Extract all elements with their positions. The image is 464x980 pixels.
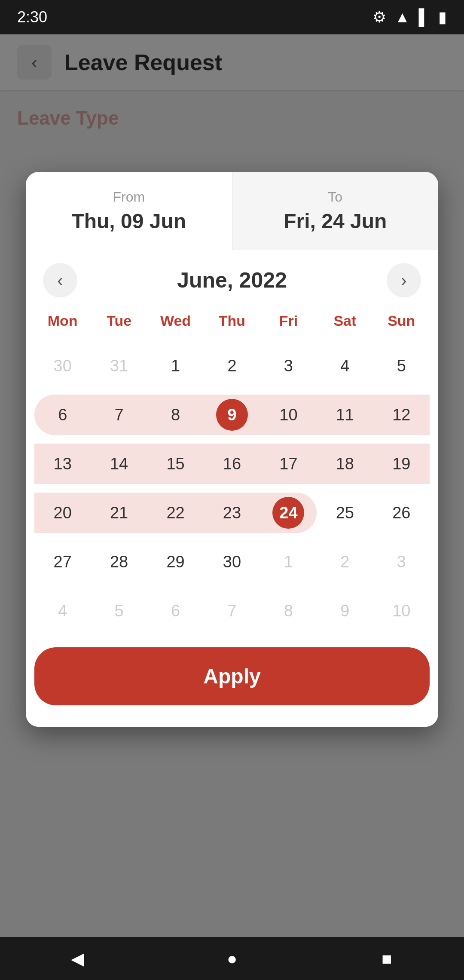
date-picker-dialog: From Thu, 09 Jun To Fri, 24 Jun ‹ June, … (26, 172, 438, 727)
cell-inner: 22 (160, 497, 192, 529)
cal-day-3-7[interactable]: 19 (373, 440, 430, 487)
cal-day-4-3[interactable]: 22 (147, 489, 204, 536)
cal-day-3-2[interactable]: 14 (91, 440, 147, 487)
from-value: Thu, 09 Jun (39, 209, 219, 233)
settings-icon: ⚙ (372, 8, 386, 26)
cell-inner: 28 (103, 546, 135, 578)
cal-day-2-3[interactable]: 8 (147, 391, 204, 438)
cal-day-5-5[interactable]: 1 (260, 538, 317, 585)
cell-inner: 12 (385, 399, 417, 431)
cal-day-3-5[interactable]: 17 (260, 440, 317, 487)
cal-day-6-2[interactable]: 5 (91, 587, 147, 634)
cal-day-3-4[interactable]: 16 (204, 440, 260, 487)
calendar-week-2: 13141516171819 (34, 440, 430, 487)
apply-button[interactable]: Apply (34, 647, 430, 705)
calendar-grid: 3031123456789101112131415161718192021222… (26, 342, 438, 634)
cal-day-1-5[interactable]: 3 (260, 342, 317, 389)
nav-back-button[interactable]: ◀ (60, 941, 95, 976)
cal-day-3-3[interactable]: 15 (147, 440, 204, 487)
date-tabs: From Thu, 09 Jun To Fri, 24 Jun (26, 172, 438, 250)
calendar-week-3: 20212223242526 (34, 489, 430, 536)
next-month-button[interactable]: › (387, 263, 421, 297)
day-headers: MonTueWedThuFriSatSun (26, 302, 438, 340)
cell-inner: 6 (160, 595, 192, 627)
cell-inner: 2 (329, 546, 361, 578)
cal-day-6-5[interactable]: 8 (260, 587, 317, 634)
calendar-week-5: 45678910 (34, 587, 430, 634)
battery-icon: ▮ (438, 8, 447, 26)
cal-day-5-6[interactable]: 2 (317, 538, 373, 585)
cal-day-6-7[interactable]: 10 (373, 587, 430, 634)
cal-day-1-7[interactable]: 5 (373, 342, 430, 389)
cell-inner: 2 (216, 350, 248, 382)
status-icons: ⚙ ▲ ▌ ▮ (372, 8, 447, 26)
cell-inner: 5 (385, 350, 417, 382)
cell-inner: 31 (103, 350, 135, 382)
cal-day-5-3[interactable]: 29 (147, 538, 204, 585)
prev-month-button[interactable]: ‹ (43, 263, 77, 297)
calendar-week-0: 303112345 (34, 342, 430, 389)
cell-inner: 7 (216, 595, 248, 627)
cal-day-4-1[interactable]: 20 (34, 489, 91, 536)
cell-inner: 5 (103, 595, 135, 627)
cell-inner: 16 (216, 448, 248, 480)
calendar-week-4: 27282930123 (34, 538, 430, 585)
cell-inner: 1 (272, 546, 304, 578)
cell-inner: 10 (272, 399, 304, 431)
from-tab[interactable]: From Thu, 09 Jun (26, 172, 232, 250)
to-value: Fri, 24 Jun (245, 209, 426, 233)
cal-row-1: 6789101112 (34, 391, 430, 438)
day-header-mon: Mon (34, 306, 91, 336)
cell-inner: 4 (47, 595, 79, 627)
cal-day-2-7[interactable]: 12 (373, 391, 430, 438)
bottom-nav: ◀ ● ■ (0, 937, 464, 980)
cal-row-3: 20212223242526 (34, 489, 430, 536)
cal-day-5-4[interactable]: 30 (204, 538, 260, 585)
cal-day-4-5[interactable]: 24 (260, 489, 317, 536)
cell-inner: 8 (272, 595, 304, 627)
cell-inner: 24 (272, 497, 304, 529)
to-label: To (245, 189, 426, 205)
cal-day-6-6[interactable]: 9 (317, 587, 373, 634)
cal-day-2-6[interactable]: 11 (317, 391, 373, 438)
cal-day-2-2[interactable]: 7 (91, 391, 147, 438)
cal-day-2-4[interactable]: 9 (204, 391, 260, 438)
cal-row-5: 45678910 (34, 587, 430, 634)
cal-day-1-2[interactable]: 31 (91, 342, 147, 389)
cell-inner: 30 (47, 350, 79, 382)
cell-inner: 4 (329, 350, 361, 382)
cal-day-4-6[interactable]: 25 (317, 489, 373, 536)
cell-inner: 9 (216, 399, 248, 431)
cell-inner: 15 (160, 448, 192, 480)
from-label: From (39, 189, 219, 205)
cal-day-6-3[interactable]: 6 (147, 587, 204, 634)
cal-day-4-2[interactable]: 21 (91, 489, 147, 536)
cal-day-2-5[interactable]: 10 (260, 391, 317, 438)
cal-day-1-1[interactable]: 30 (34, 342, 91, 389)
cal-day-1-3[interactable]: 1 (147, 342, 204, 389)
day-header-sun: Sun (373, 306, 430, 336)
cal-day-3-1[interactable]: 13 (34, 440, 91, 487)
cal-day-1-4[interactable]: 2 (204, 342, 260, 389)
cell-inner: 1 (160, 350, 192, 382)
day-header-wed: Wed (147, 306, 204, 336)
to-tab[interactable]: To Fri, 24 Jun (232, 172, 439, 250)
cal-row-2: 13141516171819 (34, 440, 430, 487)
cell-inner: 26 (385, 497, 417, 529)
day-header-fri: Fri (260, 306, 317, 336)
calendar-week-1: 6789101112 (34, 391, 430, 438)
cell-inner: 7 (103, 399, 135, 431)
cal-day-1-6[interactable]: 4 (317, 342, 373, 389)
cal-day-6-4[interactable]: 7 (204, 587, 260, 634)
cal-day-5-1[interactable]: 27 (34, 538, 91, 585)
cal-day-5-2[interactable]: 28 (91, 538, 147, 585)
cal-day-6-1[interactable]: 4 (34, 587, 91, 634)
cal-day-4-7[interactable]: 26 (373, 489, 430, 536)
cal-day-2-1[interactable]: 6 (34, 391, 91, 438)
cal-day-4-4[interactable]: 23 (204, 489, 260, 536)
cell-inner: 8 (160, 399, 192, 431)
cal-day-5-7[interactable]: 3 (373, 538, 430, 585)
nav-recent-button[interactable]: ■ (369, 941, 404, 976)
cal-day-3-6[interactable]: 18 (317, 440, 373, 487)
nav-home-button[interactable]: ● (215, 941, 249, 976)
